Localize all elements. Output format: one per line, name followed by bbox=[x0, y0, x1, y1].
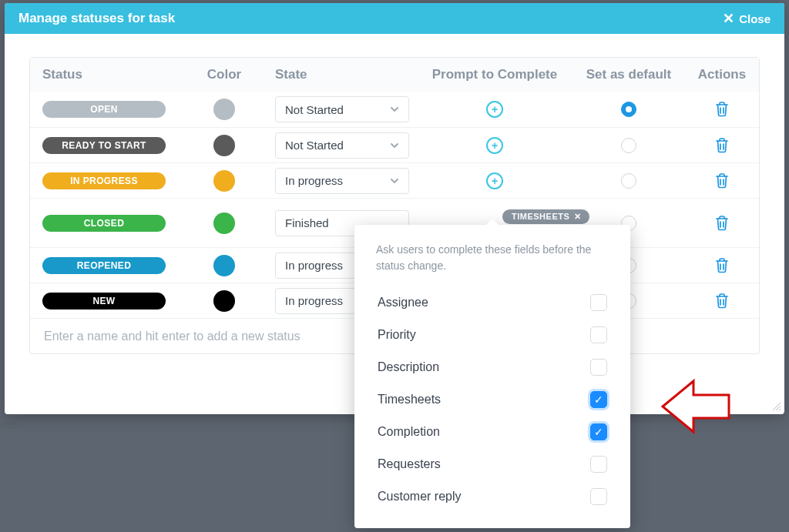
state-value: In progress bbox=[285, 259, 343, 272]
state-value: In progress bbox=[285, 294, 343, 307]
color-swatch[interactable] bbox=[213, 290, 235, 312]
trash-icon bbox=[715, 216, 729, 231]
col-default: Set as default bbox=[572, 61, 685, 89]
resize-handle-icon[interactable] bbox=[771, 400, 781, 411]
set-default-radio[interactable] bbox=[621, 138, 636, 153]
chevron-down-icon bbox=[390, 105, 399, 114]
state-value: Not Started bbox=[285, 103, 344, 116]
trash-icon bbox=[715, 102, 729, 117]
prompt-chip-label: TIMESHEETS bbox=[512, 212, 569, 221]
status-pill[interactable]: IN PROGRESS bbox=[42, 172, 166, 189]
status-pill[interactable]: REOPENED bbox=[42, 257, 166, 274]
col-state: State bbox=[266, 61, 417, 89]
prompt-option-checkbox[interactable] bbox=[590, 456, 607, 473]
set-default-radio[interactable] bbox=[621, 173, 636, 189]
prompt-option-label: Customer reply bbox=[378, 490, 461, 504]
add-prompt-button[interactable]: + bbox=[486, 101, 503, 118]
color-swatch[interactable] bbox=[213, 255, 235, 276]
col-actions: Actions bbox=[685, 61, 759, 89]
color-swatch[interactable] bbox=[213, 212, 235, 234]
modal-title: Manage statuses for task bbox=[18, 11, 175, 26]
chevron-down-icon bbox=[390, 141, 399, 150]
prompt-option-row: Requesters bbox=[376, 448, 609, 480]
close-label: Close bbox=[739, 12, 771, 25]
status-pill[interactable]: NEW bbox=[42, 293, 166, 309]
color-swatch[interactable] bbox=[213, 135, 235, 156]
prompt-option-label: Description bbox=[378, 360, 439, 374]
prompt-option-checkbox[interactable] bbox=[590, 294, 607, 311]
add-prompt-button[interactable]: + bbox=[486, 172, 503, 189]
prompt-option-checkbox[interactable]: ✓ bbox=[590, 391, 607, 408]
remove-chip-icon[interactable]: ✕ bbox=[574, 212, 582, 222]
popover-description: Ask users to complete these fields befor… bbox=[376, 242, 609, 274]
status-pill[interactable]: READY TO START bbox=[42, 137, 166, 154]
table-row: OPENNot Started+ bbox=[30, 92, 759, 127]
status-pill[interactable]: CLOSED bbox=[42, 215, 166, 232]
trash-icon bbox=[715, 293, 729, 309]
state-value: In progress bbox=[285, 174, 343, 187]
table-row: IN PROGRESSIn progress+ bbox=[30, 162, 759, 198]
col-color: Color bbox=[183, 61, 266, 89]
prompt-option-row: Customer reply bbox=[376, 480, 609, 513]
delete-button[interactable] bbox=[715, 216, 729, 231]
delete-button[interactable] bbox=[715, 173, 729, 189]
add-prompt-button[interactable]: + bbox=[486, 137, 503, 154]
col-status: Status bbox=[30, 61, 183, 89]
state-value: Finished bbox=[285, 216, 329, 229]
state-value: Not Started bbox=[285, 139, 344, 152]
trash-icon bbox=[715, 258, 729, 273]
trash-icon bbox=[715, 138, 729, 153]
prompt-option-row: Assignee bbox=[376, 286, 609, 319]
table-header-row: Status Color State Prompt to Complete Se… bbox=[30, 58, 759, 92]
delete-button[interactable] bbox=[715, 258, 729, 273]
svg-line-14 bbox=[779, 409, 781, 410]
prompt-option-label: Completion bbox=[378, 425, 440, 439]
delete-button[interactable] bbox=[715, 293, 729, 309]
prompt-option-label: Priority bbox=[378, 328, 416, 342]
color-swatch[interactable] bbox=[213, 170, 235, 192]
state-select[interactable]: Not Started bbox=[275, 132, 409, 159]
chevron-down-icon bbox=[390, 176, 399, 186]
status-pill[interactable]: OPEN bbox=[42, 101, 166, 118]
prompt-option-checkbox[interactable] bbox=[590, 488, 607, 505]
prompt-complete-popover: Ask users to complete these fields befor… bbox=[354, 225, 630, 528]
delete-button[interactable] bbox=[715, 138, 729, 153]
prompt-option-row: Timesheets✓ bbox=[376, 383, 609, 416]
state-select[interactable]: In progress bbox=[275, 168, 409, 194]
prompt-option-row: Completion✓ bbox=[376, 416, 609, 448]
close-icon: ✕ bbox=[723, 10, 734, 27]
trash-icon bbox=[715, 173, 729, 189]
close-button[interactable]: ✕ Close bbox=[723, 10, 771, 27]
prompt-option-row: Priority bbox=[376, 319, 609, 351]
delete-button[interactable] bbox=[715, 102, 729, 117]
prompt-option-label: Assignee bbox=[378, 296, 428, 309]
table-row: READY TO STARTNot Started+ bbox=[30, 127, 759, 162]
set-default-radio[interactable] bbox=[621, 102, 636, 117]
color-swatch[interactable] bbox=[213, 99, 235, 120]
prompt-option-checkbox[interactable] bbox=[590, 326, 607, 343]
prompt-chip[interactable]: TIMESHEETS✕ bbox=[502, 209, 589, 224]
prompt-option-checkbox[interactable]: ✓ bbox=[590, 423, 607, 440]
col-prompt: Prompt to Complete bbox=[417, 61, 572, 89]
prompt-option-label: Timesheets bbox=[378, 393, 441, 407]
prompt-option-row: Description bbox=[376, 351, 609, 383]
prompt-option-checkbox[interactable] bbox=[590, 359, 607, 376]
svg-marker-15 bbox=[663, 381, 729, 432]
modal-header: Manage statuses for task ✕ Close bbox=[5, 3, 784, 34]
state-select[interactable]: Not Started bbox=[275, 96, 409, 122]
prompt-option-label: Requesters bbox=[378, 457, 441, 471]
annotation-arrow-icon bbox=[661, 373, 732, 440]
